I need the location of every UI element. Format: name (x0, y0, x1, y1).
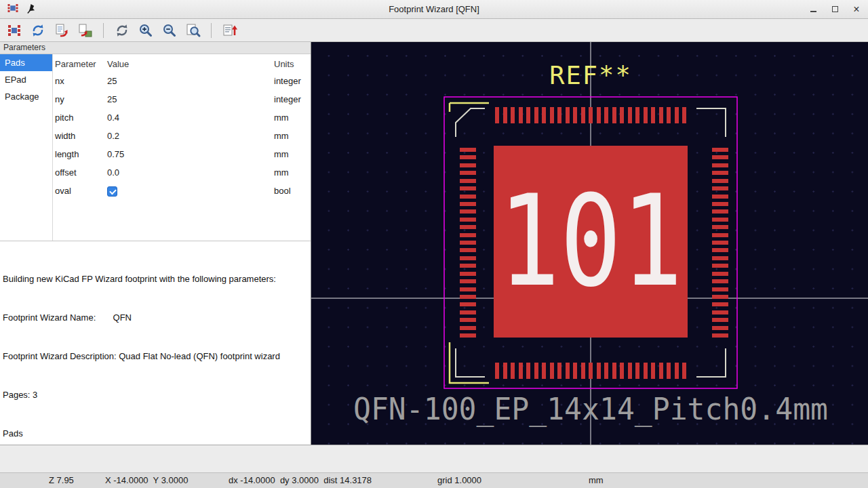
smd-pad (573, 363, 577, 379)
smd-pad (712, 155, 728, 159)
insert-footprint-to-board-button[interactable] (75, 20, 95, 40)
footprint-preview-canvas[interactable]: REF** 101 QFN-100_EP_14x14_Pitch0.4mm (311, 42, 868, 445)
param-value-nx[interactable]: 25 (105, 76, 272, 86)
maximize-button[interactable] (830, 5, 840, 14)
smd-pad (460, 333, 476, 338)
table-row: oval bool (53, 182, 311, 200)
smd-pad (675, 107, 679, 123)
table-row: nx 25 integer (53, 72, 311, 90)
smd-pad (589, 107, 593, 123)
smd-pad (712, 287, 728, 291)
smd-pad (712, 233, 728, 237)
wizard-page-list: Pads EPad Package (0, 54, 53, 241)
smd-pad (511, 363, 515, 379)
param-value-ny[interactable]: 25 (105, 94, 272, 104)
smd-pad (620, 107, 624, 123)
smd-pad (644, 363, 648, 379)
smd-pad (712, 248, 728, 252)
table-row: pitch 0.4 mm (53, 108, 311, 127)
smd-pad (667, 107, 671, 123)
smd-pad (460, 148, 476, 152)
param-value-length[interactable]: 0.75 (105, 149, 272, 159)
smd-pad (712, 171, 728, 175)
param-name: width (53, 131, 105, 141)
smd-pad (628, 363, 632, 379)
smd-pad (542, 363, 546, 379)
smd-pad (712, 326, 728, 330)
smd-pad (604, 107, 608, 123)
smd-pad (460, 287, 476, 291)
select-footprint-wizard-button[interactable] (4, 20, 24, 40)
smd-pad (460, 310, 476, 314)
coordinate-status-bar: Z 7.95 X -14.0000 Y 3.0000 dx -14.0000 d… (0, 472, 868, 488)
smd-pad (604, 363, 608, 379)
page-item-pads[interactable]: Pads (0, 54, 52, 71)
smd-pad (659, 363, 663, 379)
oval-checkbox[interactable] (107, 186, 117, 197)
smd-pad (566, 363, 570, 379)
update-footprint-button[interactable] (28, 20, 47, 40)
smd-pad (712, 272, 728, 276)
smd-pad (534, 363, 538, 379)
smd-pad (460, 326, 476, 330)
smd-pad (573, 107, 577, 123)
smd-pad (712, 279, 728, 283)
smd-pad (712, 163, 728, 167)
redraw-view-button[interactable] (112, 20, 132, 40)
smd-pad (712, 264, 728, 268)
smd-pad (712, 195, 728, 199)
column-header-units: Units (272, 59, 311, 69)
smd-pad (712, 218, 728, 222)
smd-pad (503, 363, 507, 379)
page-item-epad[interactable]: EPad (0, 71, 52, 88)
parameters-caption: Parameters (0, 42, 311, 54)
smd-pad (534, 107, 538, 123)
page-item-package[interactable]: Package (0, 88, 52, 105)
smd-pad (612, 107, 616, 123)
smd-pad (460, 241, 476, 245)
param-value-offset[interactable]: 0.0 (105, 167, 272, 178)
smd-pad (460, 155, 476, 159)
smd-pad (550, 363, 554, 379)
window-title: Footprint Wizard [QFN] (0, 4, 868, 14)
smd-pad (581, 107, 585, 123)
export-parameters-button[interactable] (220, 20, 239, 40)
pin-icon[interactable] (26, 3, 36, 16)
smd-pad (460, 163, 476, 167)
minimize-button[interactable] (808, 5, 818, 14)
smd-pad (682, 107, 686, 123)
smd-pad (460, 256, 476, 260)
table-row: ny 25 integer (53, 90, 311, 108)
epad-number-text: 101 (498, 168, 683, 314)
smd-pad (460, 279, 476, 283)
param-value-width[interactable]: 0.2 (105, 131, 272, 141)
log-line: Footprint Wizard Description: Quad Flat … (3, 350, 308, 363)
smd-pad (651, 107, 655, 123)
grid-size: grid 1.0000 (437, 473, 481, 488)
cursor-deltas: dx -14.0000 dy 3.0000 dist 14.3178 (229, 473, 372, 488)
log-line: Pages: 3 (3, 388, 308, 401)
export-footprint-button[interactable] (52, 20, 71, 40)
smd-pad (460, 233, 476, 237)
smd-pad (635, 107, 639, 123)
smd-pad (460, 272, 476, 276)
smd-pad (460, 209, 476, 214)
param-value-pitch[interactable]: 0.4 (105, 113, 272, 123)
column-header-value: Value (105, 59, 272, 69)
param-units: mm (272, 131, 311, 141)
smd-pad (597, 107, 601, 123)
log-line: Pads (3, 427, 308, 440)
toolbar-separator (103, 23, 104, 38)
zoom-in-button[interactable] (136, 20, 155, 40)
zoom-out-button[interactable] (159, 20, 179, 40)
smd-pad (651, 363, 655, 379)
smd-pad (460, 186, 476, 190)
smd-pad (712, 186, 728, 190)
close-button[interactable]: × (852, 5, 861, 14)
smd-pad (460, 171, 476, 175)
zoom-to-fit-button[interactable] (183, 20, 203, 40)
titlebar[interactable]: Footprint Wizard [QFN] × (0, 0, 868, 19)
table-row: offset 0.0 mm (53, 163, 311, 182)
footprint-wizard-window: Footprint Wizard [QFN] × (0, 0, 868, 488)
toolbar-separator (211, 23, 212, 38)
